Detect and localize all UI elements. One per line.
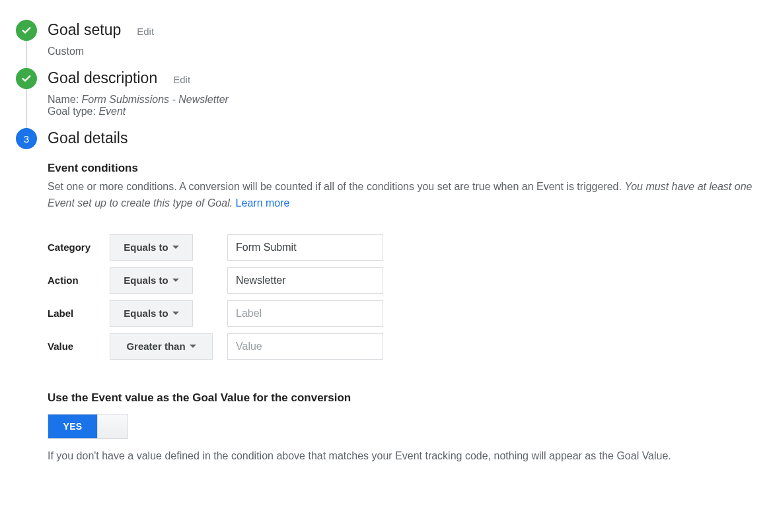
value-value-input[interactable] bbox=[227, 333, 383, 360]
select-value: Equals to bbox=[124, 308, 168, 319]
check-icon bbox=[20, 24, 32, 36]
condition-label: Value bbox=[48, 341, 110, 352]
check-icon bbox=[20, 73, 32, 84]
event-conditions-desc: Set one or more conditions. A conversion… bbox=[48, 179, 753, 212]
condition-label: Label bbox=[48, 308, 110, 319]
action-value-input[interactable] bbox=[227, 267, 383, 294]
select-value: Equals to bbox=[124, 242, 168, 253]
event-conditions-heading: Event conditions bbox=[48, 162, 753, 175]
step-completed-icon bbox=[16, 68, 37, 89]
event-conditions-table: Category Equals to Action Equals to bbox=[48, 234, 753, 360]
label-value-input[interactable] bbox=[227, 300, 383, 327]
condition-label: Category bbox=[48, 242, 110, 253]
chevron-down-icon bbox=[172, 279, 179, 282]
chevron-down-icon bbox=[172, 246, 179, 249]
learn-more-link[interactable]: Learn more bbox=[236, 197, 290, 209]
condition-row-action: Action Equals to bbox=[48, 267, 753, 294]
goal-value-toggle[interactable]: YES bbox=[48, 414, 128, 439]
step-goal-setup: Goal setup Edit Custom bbox=[16, 20, 753, 57]
step-goal-details: 3 Goal details Event conditions Set one … bbox=[16, 128, 753, 464]
step-setup-edit-link[interactable]: Edit bbox=[137, 26, 154, 37]
step-goal-description: Goal description Edit Name: Form Submiss… bbox=[16, 68, 753, 117]
step-description-title: Goal description bbox=[48, 69, 157, 87]
value-operator-select[interactable]: Greater than bbox=[110, 333, 213, 360]
type-value: Event bbox=[98, 106, 126, 117]
step-number: 3 bbox=[24, 133, 29, 145]
select-value: Greater than bbox=[126, 341, 185, 352]
goal-value-toggle-heading: Use the Event value as the Goal Value fo… bbox=[48, 391, 753, 405]
type-label: Goal type: bbox=[48, 106, 96, 117]
goal-value-toggle-note: If you don't have a value defined in the… bbox=[48, 448, 748, 465]
step-setup-title: Goal setup bbox=[48, 21, 121, 39]
step-completed-icon bbox=[16, 20, 37, 41]
name-value: Form Submissions - Newsletter bbox=[82, 94, 229, 105]
chevron-down-icon bbox=[172, 312, 179, 315]
step-setup-summary: Custom bbox=[48, 46, 753, 57]
event-conditions-desc-text: Set one or more conditions. A conversion… bbox=[48, 181, 622, 192]
condition-row-category: Category Equals to bbox=[48, 234, 753, 261]
chevron-down-icon bbox=[190, 345, 196, 348]
step-details-title: Goal details bbox=[48, 129, 128, 147]
step-number-badge: 3 bbox=[16, 128, 37, 149]
condition-label: Action bbox=[48, 275, 110, 286]
category-value-input[interactable] bbox=[227, 234, 383, 261]
action-operator-select[interactable]: Equals to bbox=[110, 267, 193, 294]
category-operator-select[interactable]: Equals to bbox=[110, 234, 193, 261]
step-description-summary: Name: Form Submissions - Newsletter Goal… bbox=[48, 94, 753, 117]
label-operator-select[interactable]: Equals to bbox=[110, 300, 193, 327]
goal-value-toggle-section: Use the Event value as the Goal Value fo… bbox=[48, 391, 753, 465]
goal-steps: Goal setup Edit Custom Goal description … bbox=[16, 20, 753, 464]
select-value: Equals to bbox=[124, 275, 168, 286]
toggle-on-label: YES bbox=[48, 415, 97, 438]
condition-row-value: Value Greater than bbox=[48, 333, 753, 360]
toggle-off-cell bbox=[97, 415, 128, 438]
name-label: Name: bbox=[48, 94, 79, 105]
condition-row-label: Label Equals to bbox=[48, 300, 753, 327]
step-description-edit-link[interactable]: Edit bbox=[173, 74, 190, 85]
